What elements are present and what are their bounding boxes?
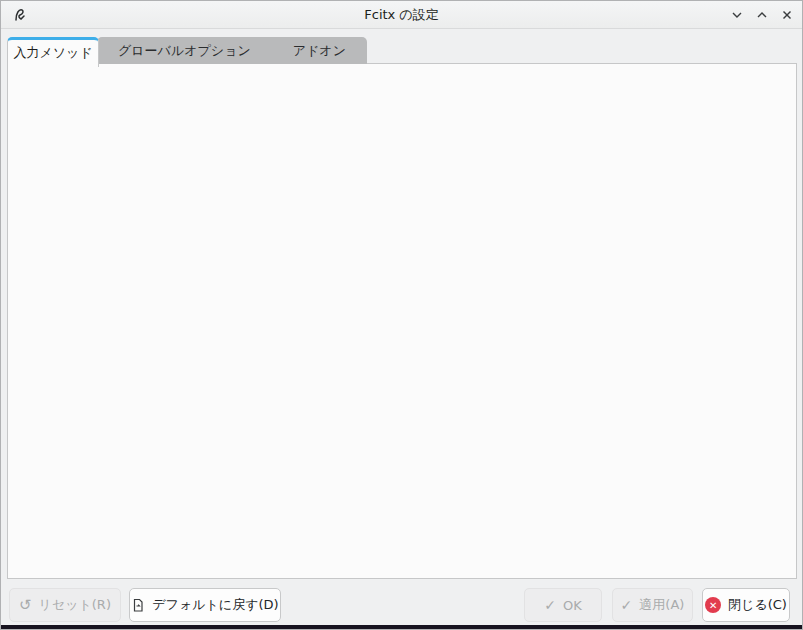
tab-addons[interactable]: アドオン (272, 37, 367, 64)
tab-input-method[interactable]: 入力メソッド (7, 37, 99, 67)
ok-button[interactable]: ✓ OK (524, 588, 602, 622)
apply-button[interactable]: ✓ 適用(A) (612, 588, 693, 622)
apply-label: 適用(A) (639, 596, 684, 614)
reset-button[interactable]: ↺ リセット(R) (9, 588, 121, 622)
titlebar: Fcitx の設定 (1, 1, 802, 29)
maximize-button[interactable] (752, 5, 772, 25)
maximize-icon (755, 8, 769, 22)
reset-label: リセット(R) (39, 596, 111, 614)
restore-defaults-button[interactable]: デフォルトに戻す(D) (129, 588, 281, 622)
tab-content-frame (7, 63, 797, 579)
close-button[interactable]: ✕ 閉じる(C) (702, 588, 790, 622)
close-label: 閉じる(C) (728, 596, 787, 614)
close-circle-icon: ✕ (705, 597, 721, 613)
minimize-icon (730, 8, 744, 22)
tab-bar: 入力メソッド グローバルオプション アドオン (7, 37, 367, 64)
window-title: Fcitx の設定 (1, 1, 802, 29)
check-icon: ✓ (544, 598, 556, 612)
tab-global-options[interactable]: グローバルオプション (97, 37, 272, 64)
close-window-button[interactable] (777, 5, 797, 25)
undo-icon: ↺ (19, 598, 32, 613)
window-bottom-edge (1, 625, 802, 630)
check-icon: ✓ (621, 598, 633, 612)
minimize-button[interactable] (727, 5, 747, 25)
document-revert-icon (131, 598, 145, 613)
close-icon (780, 8, 794, 22)
tab-group-inactive: グローバルオプション アドオン (97, 37, 367, 64)
fcitx-config-window: Fcitx の設定 入力メソッド グローバルオプション アドオン 現在の入力メソ… (0, 0, 803, 630)
restore-defaults-label: デフォルトに戻す(D) (152, 596, 278, 614)
ok-label: OK (563, 598, 582, 613)
